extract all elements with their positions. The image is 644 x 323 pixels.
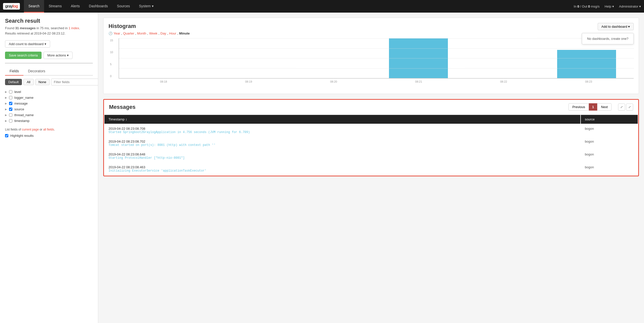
filter-none[interactable]: None: [35, 79, 50, 85]
message-text-1[interactable]: Tomcat started on port(s): 8081 (http) w…: [109, 143, 576, 147]
next-button[interactable]: Next: [597, 103, 612, 111]
field-checkbox-message[interactable]: [9, 102, 12, 105]
expand-icon: ▶: [5, 96, 7, 99]
messages-table: Timestamp ↕ source 2019-04-22 08:23:08.7…: [104, 114, 638, 176]
field-checkbox-thread[interactable]: [9, 113, 12, 117]
source-1: bogon: [581, 137, 638, 149]
sidebar: Search result Found 31 messages in 75 ms…: [0, 13, 98, 323]
time-month[interactable]: Month: [137, 31, 146, 35]
add-to-dashboard-button[interactable]: Add to dashboard ▾: [598, 23, 634, 30]
nav-alerts[interactable]: Alerts: [66, 0, 84, 13]
nav-sources[interactable]: Sources: [113, 0, 134, 13]
messages-section: Messages Previous 1 Next ⤢ ⤢ Timestamp ↕…: [103, 99, 639, 176]
all-fields-link[interactable]: all fields: [43, 128, 54, 131]
y-label-5: 5: [110, 63, 113, 66]
list-item[interactable]: ▶ source: [5, 106, 93, 112]
pagination: Previous 1 Next: [568, 103, 612, 111]
x-label-0: 08:18: [160, 80, 167, 83]
expand-icon-btn[interactable]: ⤢: [618, 104, 625, 111]
message-text-0[interactable]: Started Springboot2GraylogApplication in…: [109, 131, 576, 134]
histogram-title: Histogram: [109, 23, 634, 29]
nav-right: In 0 / Out 0 msg/s Help ▾ Administrator …: [574, 5, 641, 8]
clock-icon: 🕐: [109, 31, 113, 35]
expand-buttons: ⤢ ⤢: [618, 104, 633, 111]
bar-group-1: [208, 38, 292, 78]
expand-icon: ▶: [5, 114, 7, 116]
time-year[interactable]: Year: [114, 31, 120, 35]
index-link[interactable]: 1 index: [68, 26, 79, 30]
y-axis-labels: 15 10 5 0: [110, 38, 113, 78]
bars-row: [124, 38, 629, 78]
save-more-buttons: Save search criteria More actions ▾: [5, 52, 93, 59]
previous-button[interactable]: Previous: [568, 103, 589, 111]
message-text-3[interactable]: Initializing ExecutorService 'applicatio…: [109, 169, 576, 173]
nav-items: Search Streams Alerts Dashboards Sources…: [24, 0, 574, 13]
more-actions-button[interactable]: More actions ▾: [44, 52, 73, 59]
x-label-2: 08:20: [330, 80, 337, 83]
time-week[interactable]: Week: [149, 31, 157, 35]
source-3: bogon: [581, 163, 638, 175]
retrieved-at: Results retrieved at 2019-04-22 08:23:12…: [5, 31, 65, 35]
save-search-button[interactable]: Save search criteria: [5, 52, 42, 59]
timestamp-0: 2019-04-22 08:23:08.708: [109, 127, 576, 131]
list-item[interactable]: ▶ level: [5, 89, 93, 95]
filter-all[interactable]: All: [23, 79, 33, 85]
nav-search[interactable]: Search: [24, 0, 44, 13]
y-label-15: 15: [110, 39, 113, 42]
histogram-section: Histogram 🕐 Year, Quarter, Month, Week, …: [103, 18, 639, 94]
time-hour[interactable]: Hour: [169, 31, 176, 35]
bar-group-0: [124, 38, 208, 78]
x-axis-labels: 08:18 08:19 08:20 08:21 08:22 08:23: [119, 80, 634, 83]
timestamp-1: 2019-04-22 08:23:08.702: [109, 140, 576, 143]
action-buttons: Add count to dashboard ▾: [5, 40, 93, 48]
time-minute[interactable]: Minute: [179, 31, 190, 35]
field-label: logger_name: [14, 96, 33, 100]
sidebar-meta: Found 31 messages in 75 ms, searched in …: [5, 26, 93, 36]
col-timestamp[interactable]: Timestamp ↕: [104, 115, 580, 124]
y-label-0: 0: [110, 75, 113, 78]
field-checkbox-source[interactable]: [9, 108, 12, 111]
time-day[interactable]: Day: [160, 31, 166, 35]
field-label: thread_name: [14, 113, 34, 117]
table-row: 2019-04-22 08:23:08.648 Starting Protoco…: [104, 150, 638, 162]
field-tabs: Fields Decorators: [5, 67, 93, 76]
expand-icon: ▶: [5, 90, 7, 93]
list-item[interactable]: ▶ thread_name: [5, 112, 93, 118]
source-0: bogon: [581, 124, 638, 137]
nav-streams[interactable]: Streams: [44, 0, 66, 13]
bar-group-4: [460, 38, 545, 78]
help-menu[interactable]: Help ▾: [604, 5, 614, 8]
user-menu[interactable]: Administrator ▾: [619, 5, 641, 8]
messages-title: Messages: [109, 104, 564, 110]
collapse-icon-btn[interactable]: ⤢: [626, 104, 633, 111]
list-item[interactable]: ▶ timestamp: [5, 118, 93, 124]
nav-system[interactable]: System ▾: [134, 0, 158, 13]
bar-group-3: [376, 38, 460, 78]
field-checkbox-level[interactable]: [9, 90, 12, 93]
table-row: 2019-04-22 08:23:08.708 Started Springbo…: [104, 124, 638, 137]
tab-decorators[interactable]: Decorators: [23, 67, 50, 76]
filter-default[interactable]: Default: [5, 79, 22, 85]
field-label: source: [14, 107, 24, 111]
filter-fields-input[interactable]: [51, 79, 98, 85]
field-checkbox-logger[interactable]: [9, 96, 12, 99]
list-item[interactable]: ▶ message: [5, 101, 93, 106]
x-label-5: 08:23: [585, 80, 592, 83]
highlight-label: Highlight results: [10, 134, 34, 138]
field-checkbox-timestamp[interactable]: [9, 119, 12, 122]
histogram-chart: 15 10 5 0: [109, 38, 634, 89]
main-content: Histogram 🕐 Year, Quarter, Month, Week, …: [98, 13, 644, 323]
message-text-2[interactable]: Starting ProtocolHandler ["http-nio-8081…: [109, 156, 576, 160]
list-item[interactable]: ▶ logger_name: [5, 95, 93, 101]
nav-dashboards[interactable]: Dashboards: [84, 0, 113, 13]
current-page-link[interactable]: current page: [22, 128, 39, 131]
navbar: graylog Search Streams Alerts Dashboards…: [0, 0, 644, 13]
highlight-checkbox[interactable]: [5, 134, 8, 137]
dashboard-popup: No dashboards, create one?: [582, 33, 634, 44]
sidebar-footer: List fields of current page or all field…: [5, 128, 93, 131]
tab-fields[interactable]: Fields: [5, 67, 23, 76]
time-quarter[interactable]: Quarter: [123, 31, 134, 35]
chart-bars-container: 15 10 5 0: [119, 38, 634, 79]
add-count-button[interactable]: Add count to dashboard ▾: [5, 40, 50, 48]
field-label: timestamp: [14, 119, 29, 123]
